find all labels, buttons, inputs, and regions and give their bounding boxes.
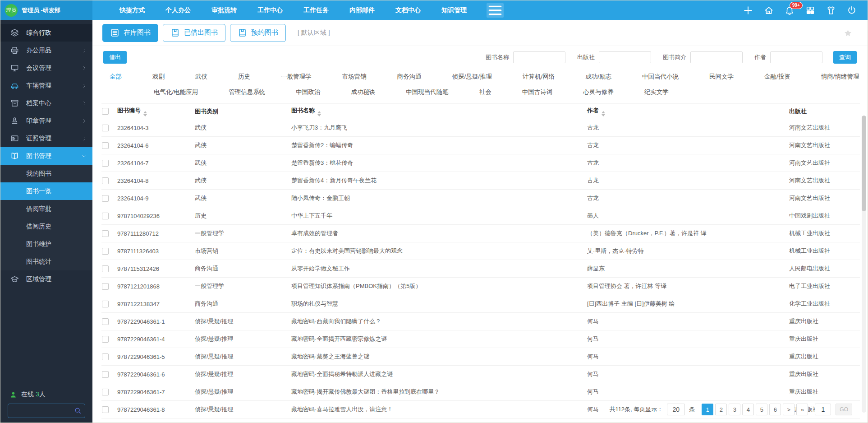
sidebar-item[interactable]: 车辆管理 — [0, 77, 92, 94]
category-link[interactable]: 金融/投资 — [749, 69, 806, 84]
row-checkbox[interactable] — [102, 195, 109, 202]
select-all-checkbox[interactable] — [102, 108, 109, 115]
category-link[interactable]: 计算机/网络 — [507, 69, 570, 84]
page-button-3[interactable]: 3 — [729, 404, 740, 415]
filter-input-book-name[interactable] — [513, 51, 565, 63]
category-link[interactable]: 成功秘诀 — [335, 84, 390, 100]
col-header[interactable]: 图书名称 — [291, 104, 587, 119]
category-link[interactable]: 电气化/电能应用 — [138, 84, 213, 100]
nav-more-button[interactable] — [487, 3, 504, 18]
row-checkbox[interactable] — [102, 125, 109, 131]
nav-item-8[interactable]: 知识管理 — [441, 6, 467, 14]
row-checkbox[interactable] — [102, 265, 109, 272]
category-link[interactable]: 管理信息系统 — [213, 84, 280, 100]
row-checkbox[interactable] — [102, 177, 109, 184]
row-checkbox[interactable] — [102, 248, 109, 255]
category-link[interactable]: 一般管理学 — [266, 69, 327, 84]
nav-item-3[interactable]: 审批流转 — [211, 6, 237, 14]
category-link[interactable]: 中国现当代随笔 — [390, 84, 464, 100]
category-link[interactable]: 社会 — [464, 84, 507, 100]
page-button-4[interactable]: 4 — [742, 404, 754, 415]
row-checkbox[interactable] — [102, 318, 109, 325]
tab-1[interactable]: 在库图书 — [102, 24, 158, 42]
sort-arrows[interactable] — [143, 111, 147, 116]
row-checkbox[interactable] — [102, 389, 109, 395]
page-button-8[interactable]: » — [796, 404, 808, 415]
query-button[interactable]: 查询 — [833, 51, 857, 64]
home-icon[interactable] — [764, 5, 774, 15]
category-link[interactable]: 成功/励志 — [570, 69, 627, 84]
tab-2[interactable]: 已借出图书 — [163, 24, 225, 42]
tab-3[interactable]: 预约图书 — [230, 24, 286, 42]
category-link[interactable]: 侦探/悬疑/推理 — [437, 69, 508, 84]
category-link[interactable]: 历史 — [223, 69, 266, 84]
row-checkbox[interactable] — [102, 371, 109, 378]
scrollbar-thumb[interactable] — [862, 116, 866, 211]
sidebar-item[interactable]: 办公用品 — [0, 42, 92, 59]
category-link[interactable]: 中国政治 — [280, 84, 335, 100]
col-header[interactable]: 作者 — [587, 104, 789, 119]
bell-icon[interactable]: 99+ — [785, 5, 795, 15]
page-button-7[interactable]: > — [783, 404, 795, 415]
category-link[interactable]: 戏剧 — [137, 69, 180, 84]
category-link[interactable]: 纪实文学 — [629, 84, 684, 100]
category-link[interactable]: 中国古诗词 — [507, 84, 568, 100]
category-link[interactable]: 情商/情绪管理 — [806, 69, 868, 84]
page-button-1[interactable]: 1 — [702, 404, 713, 415]
sidebar-item[interactable]: 档案中心 — [0, 94, 92, 112]
theme-tshirt-icon[interactable] — [826, 5, 836, 15]
nav-item-6[interactable]: 内部邮件 — [349, 6, 375, 14]
scrollbar-track[interactable] — [862, 116, 866, 413]
page-button-6[interactable]: 6 — [769, 404, 781, 415]
search-icon[interactable] — [74, 407, 82, 414]
sidebar-item[interactable]: 会议管理 — [0, 59, 92, 77]
category-link[interactable]: 全部 — [94, 69, 137, 84]
row-checkbox[interactable] — [102, 301, 109, 307]
sidebar-item[interactable]: 综合行政 — [0, 24, 92, 42]
sidebar-item[interactable]: 图书管理 — [0, 147, 92, 165]
filter-input-author[interactable] — [770, 51, 822, 63]
user-area[interactable]: 理员 管理员 -研发部 — [0, 0, 92, 20]
nav-item-1[interactable]: 快捷方式 — [119, 6, 145, 14]
category-link[interactable]: 中国当代小说 — [627, 69, 694, 84]
apps-grid-icon[interactable] — [805, 5, 815, 15]
page-size-input[interactable] — [667, 404, 685, 415]
category-link[interactable]: 武侠 — [180, 69, 223, 84]
sort-arrows[interactable] — [602, 111, 605, 116]
row-checkbox[interactable] — [102, 336, 109, 343]
category-link[interactable]: 市场营销 — [327, 69, 382, 84]
col-header[interactable]: 图书编号 — [117, 104, 194, 119]
filter-input-publisher[interactable] — [599, 51, 651, 63]
star-icon[interactable] — [844, 29, 852, 37]
sort-arrows[interactable] — [317, 111, 321, 116]
page-button-2[interactable]: 2 — [715, 404, 727, 415]
sidebar-item[interactable]: 区域管理 — [0, 270, 92, 288]
sidebar-subitem[interactable]: 我的图书 — [0, 165, 92, 182]
nav-item-5[interactable]: 工作任务 — [303, 6, 329, 14]
plus-icon[interactable] — [743, 5, 753, 15]
row-checkbox[interactable] — [102, 283, 109, 290]
nav-item-2[interactable]: 个人办公 — [165, 6, 191, 14]
sidebar-item[interactable]: 印章管理 — [0, 112, 92, 130]
row-checkbox[interactable] — [102, 406, 109, 413]
go-button[interactable]: GO — [836, 404, 852, 415]
nav-item-4[interactable]: 工作中心 — [257, 6, 283, 14]
sidebar-item[interactable]: 证照管理 — [0, 130, 92, 147]
row-checkbox[interactable] — [102, 353, 109, 360]
sidebar-subitem[interactable]: 借阅审批 — [0, 200, 92, 218]
category-link[interactable]: 商务沟通 — [382, 69, 437, 84]
row-checkbox[interactable] — [102, 213, 109, 219]
page-jump-input[interactable] — [815, 404, 831, 415]
power-icon[interactable] — [847, 5, 857, 15]
filter-input-book-intro[interactable] — [690, 51, 743, 63]
lend-button[interactable]: 借出 — [103, 51, 127, 64]
sidebar-subitem[interactable]: 借阅历史 — [0, 218, 92, 235]
sidebar-subitem[interactable]: 图书维护 — [0, 235, 92, 253]
row-checkbox[interactable] — [102, 160, 109, 167]
category-link[interactable]: 心灵与修养 — [568, 84, 629, 100]
row-checkbox[interactable] — [102, 230, 109, 237]
row-checkbox[interactable] — [102, 142, 109, 149]
nav-item-7[interactable]: 文档中心 — [395, 6, 421, 14]
sidebar-subitem[interactable]: 图书统计 — [0, 253, 92, 270]
page-button-5[interactable]: 5 — [756, 404, 767, 415]
